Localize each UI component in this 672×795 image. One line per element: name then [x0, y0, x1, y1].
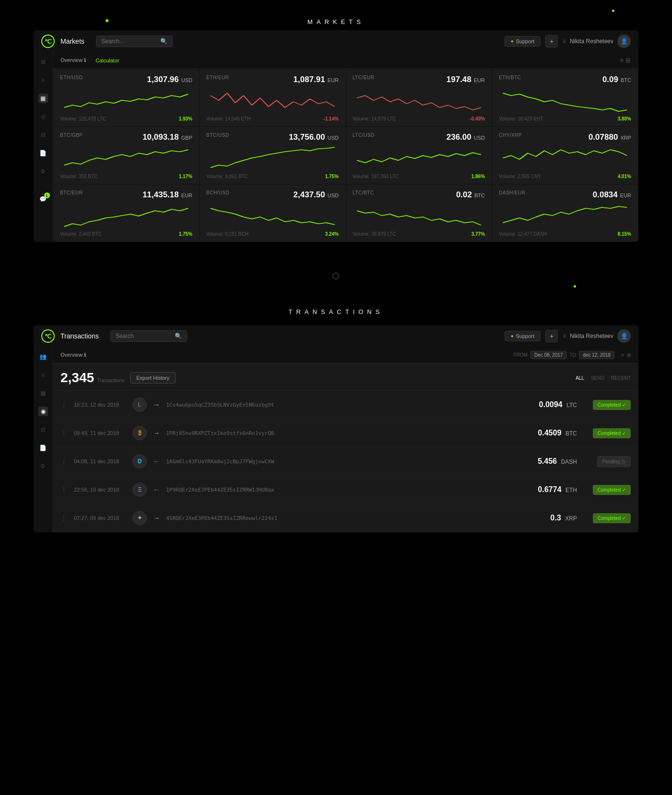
market-pair: BTC/USD [206, 132, 229, 138]
market-card-btc-gbp[interactable]: BTC/GBP 10,093.18 GBP Volume: 356 BTC 1.… [53, 127, 199, 184]
tab-overview[interactable]: Overview ℹ [60, 56, 86, 64]
filter-send[interactable]: SEND [591, 375, 604, 381]
table-row[interactable]: ⋮ 04:08, 11 dec 2018 D ← 1AGm6lc43FUaYRK… [53, 447, 638, 476]
market-currency: BTC [621, 77, 631, 83]
tab-calculator[interactable]: Calculator [96, 57, 120, 64]
tx-amount: 0.3 [551, 514, 561, 522]
market-card-eth-usd[interactable]: ETH/USD 1,307.96 USD Volume: 126,478 LTC… [53, 69, 199, 126]
market-currency: GBP [181, 135, 192, 141]
tx-user-avatar: 👤 [617, 329, 631, 343]
tx-sidebar-doc[interactable]: 📄 [38, 443, 48, 453]
tx-coin-icon: ✦ [132, 511, 147, 525]
sidebar-icon-doc[interactable]: 📄 [38, 148, 48, 158]
market-change: 1.17% [179, 174, 192, 179]
user-avatar: 👤 [617, 35, 631, 48]
sidebar-icon-settings[interactable]: ⚙ [38, 167, 48, 176]
market-pair: ETH/EUR [206, 75, 229, 80]
tx-sidebar-list[interactable]: ≡ [38, 370, 48, 380]
tx-support-btn[interactable]: ● Support [504, 331, 540, 341]
tx-sidebar-chart[interactable]: ▦ [38, 388, 48, 398]
tx-sidebar-clock[interactable]: ◉ [38, 407, 48, 416]
market-volume: Volume: 18,423 EHT [499, 116, 543, 121]
market-volume: Volume: 9,861 BTC [206, 174, 248, 179]
market-price: 236.00 [446, 132, 471, 142]
sidebar-icon-list[interactable]: ≡ [38, 75, 48, 85]
market-currency: USD [327, 135, 338, 141]
tx-coin-label: BTC [565, 430, 577, 437]
markets-support-btn[interactable]: ● Support [504, 36, 540, 47]
markets-logo: ℃ [41, 35, 55, 48]
row-menu-dots[interactable]: ⋮ [60, 486, 68, 494]
market-volume: Volume: 14,046 ETH [206, 116, 251, 121]
row-menu-dots[interactable]: ⋮ [60, 458, 68, 465]
market-card-bch-usd[interactable]: BCH/USD 2,437.50 USD Volume: 8,151 BCH 3… [200, 184, 346, 241]
row-menu-dots[interactable]: ⋮ [60, 514, 68, 522]
table-row[interactable]: ⋮ 09:49, 11 dec 2018 ₿ → 1PRj85hu9RXPZTz… [53, 419, 638, 447]
markets-plus-btn[interactable]: + [545, 35, 558, 48]
filter-all[interactable]: ALL [576, 375, 584, 381]
sidebar-icon-dashboard[interactable]: ⊞ [38, 57, 48, 67]
sidebar-icon-fire[interactable]: ◎ [38, 112, 48, 121]
market-card-eth-btc[interactable]: ETH/BTC 0.09 BTC Volume: 18,423 EHT 3.80… [492, 69, 638, 126]
market-currency: USD [327, 193, 338, 198]
to-date[interactable]: dec 12, 2018 [579, 351, 614, 359]
tx-search-box[interactable]: 🔍 [110, 330, 187, 342]
tx-sidebar-table[interactable]: ⊟ [38, 425, 48, 434]
status-completed: Completed ✓ [593, 428, 631, 438]
sidebar-icon-chart[interactable]: ▦ [38, 94, 48, 103]
market-card-ltc-eur[interactable]: LTC/EUR 197.48 EUR Volume: 14,879 LTC -0… [346, 69, 492, 126]
transactions-icon: ⬡ [332, 271, 340, 281]
markets-search-box[interactable]: 🔍 [96, 36, 173, 47]
row-menu-dots[interactable]: ⋮ [60, 429, 68, 437]
tx-coin-icon: ₿ [132, 426, 147, 440]
market-price: 0.02 [456, 190, 472, 200]
market-card-btc-eur[interactable]: BTC/EUR 11,435.18 EUR Volume: 2,463 BTC … [53, 184, 199, 241]
market-pair: CHY/XRP [499, 132, 522, 138]
row-menu-dots[interactable]: ⋮ [60, 401, 68, 409]
tx-sidebar-users[interactable]: 👥 [38, 352, 48, 361]
sidebar-icon-table[interactable]: ⊟ [38, 130, 48, 140]
table-row[interactable]: ⋮ 16:23, 12 dec 2018 L → 1Cs4wu6pu5qCZ3S… [53, 391, 638, 419]
market-card-dash-eur[interactable]: DASH/EUR 0.0834 EUR Volume: 12,477 DASH … [492, 184, 638, 241]
market-change: 3.77% [471, 231, 485, 237]
tx-search-icon: 🔍 [175, 333, 182, 339]
market-change: 1.75% [179, 231, 192, 237]
table-row[interactable]: ⋮ 07:27, 09 dec 2018 ✦ → 4SRQEr2XeE3PEb4… [53, 504, 638, 532]
market-card-eth-eur[interactable]: ETH/EUR 1,087.91 EUR Volume: 14,046 ETH … [200, 69, 346, 126]
tx-arrow-icon: → [153, 401, 160, 409]
market-pair: LTC/USD [353, 132, 375, 138]
filter-recent[interactable]: RECENT [611, 375, 631, 381]
market-volume: Volume: 2,463 BTC [60, 231, 102, 237]
markets-app-title: Markets [60, 37, 84, 45]
market-pair: ETH/USD [60, 75, 83, 80]
market-volume: Volume: 126,478 LTC [60, 116, 106, 121]
market-card-ltc-usd[interactable]: LTC/USD 236.00 USD Volume: 197,383 LTC 1… [346, 127, 492, 184]
view-list-btn[interactable]: ≡ [620, 57, 624, 64]
tx-tab-overview[interactable]: Overview ℹ [60, 351, 86, 359]
market-volume: Volume: 2,555 CNY [499, 174, 541, 179]
view-grid-btn[interactable]: ⊞ [625, 57, 631, 64]
to-label: TO [570, 352, 576, 358]
from-date[interactable]: Dec 08, 2017 [530, 351, 567, 359]
market-currency: EUR [327, 77, 338, 83]
market-card-btc-usd[interactable]: BTC/USD 13,756.00 USD Volume: 9,861 BTC … [200, 127, 346, 184]
market-price: 10,093.18 [143, 132, 179, 142]
table-row[interactable]: ⋮ 22:56, 10 dec 2018 Ξ ← 1P9RQEr2XeE3PEb… [53, 476, 638, 504]
grid-view-icon[interactable]: ⊞ [627, 352, 631, 358]
export-history-btn[interactable]: Export History [130, 372, 176, 384]
transactions-section-title: TRANSACTIONS [0, 284, 672, 325]
tx-coin-icon: Ξ [132, 482, 147, 497]
tx-search-input[interactable] [116, 333, 172, 339]
market-pair: LTC/EUR [353, 75, 375, 80]
support-icon: ● [511, 39, 513, 44]
tx-amount: 0.6774 [538, 485, 562, 494]
list-view-icon[interactable]: ≡ [621, 352, 624, 358]
market-change: 8.15% [618, 231, 631, 237]
tx-count-label: Transactions [97, 378, 124, 383]
tx-sidebar-settings[interactable]: ⚙ [38, 461, 48, 471]
market-card-ltc-btc[interactable]: LTC/BTC 0.02 BTC Volume: 36,979 LTC 3.77… [346, 184, 492, 241]
market-card-chy-xrp[interactable]: CHY/XRP 0.07880 XRP Volume: 2,555 CNY 4.… [492, 127, 638, 184]
markets-search-input[interactable] [101, 38, 157, 45]
market-currency: XRP [620, 135, 631, 141]
tx-plus-btn[interactable]: + [545, 330, 558, 342]
